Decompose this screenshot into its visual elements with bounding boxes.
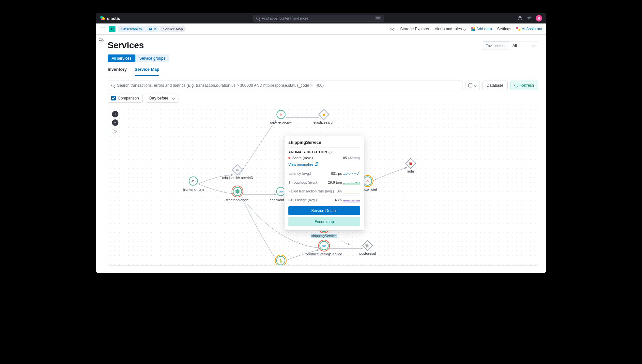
breadcrumb-observability[interactable]: Observability xyxy=(118,26,145,32)
sidebar-expand-icon[interactable] xyxy=(99,38,104,43)
refresh-icon xyxy=(514,83,518,87)
newsfeed-icon[interactable] xyxy=(527,16,532,21)
anomaly-score-row: Score (max.) 85(43 ms) xyxy=(288,156,360,160)
svg-rect-9 xyxy=(473,29,475,31)
tab-service-map[interactable]: Service Map xyxy=(135,67,160,76)
comparison-checkbox-input[interactable] xyxy=(111,96,116,100)
breadcrumb-apm[interactable]: APM xyxy=(144,26,160,32)
js-icon: JS xyxy=(191,179,195,183)
page-title: Services xyxy=(108,40,144,51)
chevron-down-icon xyxy=(531,43,535,47)
comparison-checkbox[interactable]: Comparison xyxy=(108,94,143,103)
storage-explorer-link[interactable]: Storage Explorer xyxy=(400,27,429,31)
nodejs-icon: ⬢ xyxy=(235,189,240,194)
popover-title: shippingService xyxy=(288,140,360,145)
sparkline-failed xyxy=(343,189,360,194)
metric-cpu: CPU usage (avg.)43% xyxy=(288,195,360,204)
svg-point-2 xyxy=(101,19,103,20)
inspector-icon[interactable] xyxy=(390,27,395,31)
add-data-link[interactable]: Add data xyxy=(471,27,492,31)
sparkline-latency xyxy=(343,171,360,176)
help-icon[interactable] xyxy=(517,16,523,21)
app-header: D Observability APM Service Map Storage … xyxy=(96,23,546,35)
comparison-period-select[interactable]: Day before xyxy=(146,94,178,103)
node-recommendation-service[interactable]: 🐍recommendationService xyxy=(262,256,300,265)
search-shortcut-hint: ⌘/ xyxy=(375,16,381,20)
chevron-down-icon xyxy=(474,83,477,87)
node-elasticsearch[interactable]: ◆elasticsearch xyxy=(313,111,334,124)
postgresql-icon: 🐘 xyxy=(365,244,370,248)
nav-menu-icon[interactable] xyxy=(100,27,106,31)
tab-service-groups[interactable]: Service groups xyxy=(135,54,169,62)
svg-rect-11 xyxy=(519,29,520,31)
globe-icon: ⊕ xyxy=(236,168,239,172)
focus-map-button[interactable]: Focus map xyxy=(288,217,360,226)
node-advert-service[interactable]: ♨advertService xyxy=(270,110,292,125)
refresh-button[interactable]: Refresh xyxy=(510,81,538,90)
search-icon xyxy=(111,84,115,87)
svg-point-4 xyxy=(390,28,392,30)
search-icon xyxy=(256,17,260,20)
elastic-logo[interactable]: elastic xyxy=(100,16,120,21)
brand-name: elastic xyxy=(107,16,120,21)
node-postgresql[interactable]: 🐘postgresql xyxy=(359,242,376,255)
chevron-down-icon xyxy=(463,27,466,30)
kql-placeholder: Search transactions, errors and metrics … xyxy=(117,83,324,88)
topbar-right-group: R xyxy=(517,15,542,22)
database-filter-button[interactable]: Database xyxy=(482,81,508,90)
node-frontend-node[interactable]: ⬢frontend-node xyxy=(226,187,249,202)
breadcrumb: Observability APM Service Map xyxy=(118,26,186,32)
external-link-icon xyxy=(315,163,317,166)
svg-rect-6 xyxy=(471,27,473,29)
redis-icon: ▣ xyxy=(409,161,412,166)
metric-latency: Latency (avg.)801 μs xyxy=(288,169,360,178)
view-tabs: Inventory Service Map xyxy=(108,67,538,76)
python-icon: 🐍 xyxy=(279,259,283,263)
global-search-placeholder: Find apps, content, and more. xyxy=(262,16,309,20)
environment-select[interactable]: All xyxy=(509,41,538,50)
space-selector[interactable]: D xyxy=(109,26,115,32)
go-icon: GO xyxy=(322,244,326,247)
tab-all-services[interactable]: All services xyxy=(108,54,135,62)
svg-rect-10 xyxy=(516,27,518,29)
add-data-icon xyxy=(471,27,475,31)
svg-rect-7 xyxy=(473,27,475,29)
java-icon: ♨ xyxy=(366,179,369,183)
tab-inventory[interactable]: Inventory xyxy=(108,67,127,76)
node-frontend-rum[interactable]: JSfrontend-rum xyxy=(183,176,204,191)
page-body: Services Environment All All services Se… xyxy=(96,35,546,273)
view-anomalies-link[interactable]: View anomalies xyxy=(288,162,317,166)
alerts-rules-menu[interactable]: Alerts and rules xyxy=(435,27,466,31)
user-avatar[interactable]: R xyxy=(536,15,542,22)
header-actions: Storage Explorer Alerts and rules Add da… xyxy=(390,27,542,31)
ai-assistant-link[interactable]: AI Assistant xyxy=(516,27,542,31)
date-picker-button[interactable] xyxy=(466,81,480,90)
severity-indicator-icon xyxy=(288,157,290,159)
metric-failed-rate: Failed transaction rate (avg.)0% xyxy=(288,187,360,195)
go-icon: GO xyxy=(279,190,283,193)
page-content: Services Environment All All services Se… xyxy=(96,35,546,273)
sparkline-throughput xyxy=(343,180,360,185)
ai-assistant-icon xyxy=(516,27,520,31)
service-map-canvas[interactable]: + − ⊙ xyxy=(108,107,538,265)
breadcrumb-service-map: Service Map xyxy=(158,26,186,32)
comparison-row: Comparison Day before xyxy=(108,94,538,103)
service-details-button[interactable]: Service Details xyxy=(288,206,360,215)
calendar-icon xyxy=(468,83,472,87)
elasticsearch-icon: ◆ xyxy=(323,113,325,117)
service-scope-tabs: All services Service groups xyxy=(108,54,538,62)
node-redis[interactable]: ▣redis xyxy=(407,159,415,173)
global-topbar: elastic Find apps, content, and more. ⌘/… xyxy=(96,13,546,23)
global-search-input[interactable]: Find apps, content, and more. ⌘/ xyxy=(253,15,384,22)
sparkline-cpu xyxy=(343,197,360,203)
chevron-down-icon xyxy=(172,96,175,99)
info-icon[interactable]: i xyxy=(329,151,332,154)
title-row: Services Environment All xyxy=(108,40,538,51)
service-detail-popover: shippingService ANOMALY DETECTION i Scor… xyxy=(284,136,364,231)
query-bar-row: Search transactions, errors and metrics … xyxy=(108,81,538,90)
svg-rect-8 xyxy=(471,29,473,31)
kql-search-input[interactable]: Search transactions, errors and metrics … xyxy=(108,81,463,90)
settings-link[interactable]: Settings xyxy=(497,27,511,31)
node-cdn[interactable]: ⊕cdn.jsdelivr.net:443 xyxy=(222,166,253,180)
node-product-catalog-service[interactable]: GOproductCatalogService xyxy=(306,241,342,256)
